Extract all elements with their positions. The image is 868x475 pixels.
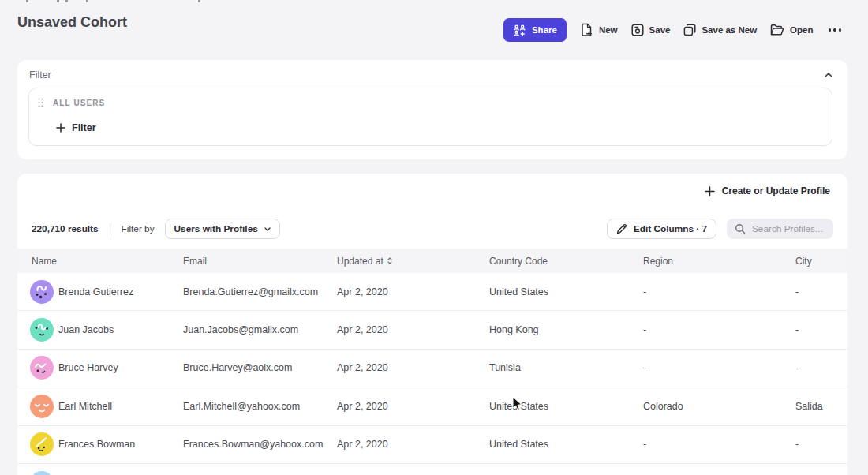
filter-panel-label: Filter (29, 69, 51, 80)
avatar (30, 432, 54, 456)
chevron-down-icon (264, 227, 271, 231)
save-button[interactable]: Save (631, 24, 671, 36)
sort-icon (387, 257, 392, 264)
filter-panel: Filter ALL USERS Filter (17, 60, 847, 159)
cohort-group-box: ALL USERS Filter (28, 88, 832, 146)
cell-country: Tunisia (489, 362, 643, 373)
cell-region: - (643, 362, 795, 373)
avatar (30, 471, 54, 475)
pencil-icon (616, 223, 627, 234)
divider (110, 223, 110, 236)
profile-name: Juan Jacobs (58, 324, 114, 335)
cell-region: - (643, 324, 795, 335)
column-header-country-code[interactable]: Country Code (489, 256, 643, 267)
mouse-cursor (512, 396, 523, 412)
column-header-city[interactable]: City (795, 256, 829, 267)
cell-email: Brenda.Gutierrez@gmailx.com (183, 286, 337, 297)
cell-region: - (643, 286, 795, 297)
avatar (30, 280, 54, 304)
results-toolbar: 220,710 results Filter by Users with Pro… (17, 219, 847, 239)
table-row[interactable]: Brenda GutierrezBrenda.Gutierrez@gmailx.… (17, 273, 847, 311)
table-row[interactable]: Earl MitchellEarl.Mitchell@yahoox.comApr… (17, 387, 847, 425)
cell-email: Juan.Jacobs@gmailx.com (183, 324, 337, 335)
cell-city: - (795, 439, 829, 450)
profile-type-dropdown[interactable]: Users with Profiles (165, 219, 280, 239)
cell-city: Salida (795, 401, 829, 412)
profile-name-cell[interactable]: Juan Jacobs (30, 318, 183, 342)
cell-updated: Apr 2, 2020 (337, 439, 489, 450)
cell-city: - (795, 324, 829, 335)
profile-name: Frances Bowman (58, 439, 135, 450)
new-document-icon (580, 23, 593, 37)
plus-icon (56, 123, 65, 133)
plus-icon (705, 186, 715, 196)
open-folder-icon (770, 24, 784, 36)
cell-updated: Apr 2, 2020 (337, 286, 489, 297)
cell-email: Frances.Bowman@yahoox.com (183, 439, 337, 450)
cell-updated: Apr 2, 2020 (337, 324, 489, 335)
new-button[interactable]: New (580, 23, 618, 37)
table-body: Brenda GutierrezBrenda.Gutierrez@gmailx.… (17, 273, 847, 475)
drag-handle-icon[interactable] (38, 98, 43, 107)
toolbar: Share New Save (503, 18, 843, 42)
cell-country: United States (489, 286, 643, 297)
avatar (30, 318, 54, 342)
search-profiles-input[interactable] (752, 223, 825, 234)
avatar (30, 356, 54, 380)
profile-name-cell[interactable]: Brenda Gutierrez (30, 280, 183, 304)
profile-name-cell[interactable]: Frances Bowman (30, 432, 183, 456)
add-filter-button[interactable]: Filter (56, 122, 96, 133)
cell-city: - (795, 286, 829, 297)
results-count: 220,710 results (32, 223, 99, 234)
cell-region: - (643, 439, 795, 450)
share-button[interactable]: Share (503, 18, 567, 42)
profile-name-cell[interactable] (30, 471, 183, 475)
collapse-chevron-up-icon[interactable] (822, 69, 835, 81)
create-or-update-profile-button[interactable]: Create or Update Profile (705, 185, 830, 196)
save-as-new-button[interactable]: Save as New (683, 24, 757, 36)
table-header: Name Email Updated at Country Code Regio… (17, 249, 847, 273)
column-header-name[interactable]: Name (32, 256, 183, 267)
group-label: ALL USERS (53, 99, 105, 107)
copy-icon (683, 24, 696, 36)
cell-email: Earl.Mitchell@yahoox.com (183, 401, 337, 412)
filter-by-label: Filter by (122, 223, 155, 234)
table-row[interactable]: Juan JacobsJuan.Jacobs@gmailx.comApr 2, … (17, 311, 847, 349)
save-icon (631, 24, 644, 36)
page-title: Unsaved Cohort (17, 14, 127, 31)
table-row[interactable] (17, 464, 847, 475)
cell-country: United States (489, 439, 643, 450)
overflow-menu-button[interactable] (827, 25, 844, 35)
share-users-icon (513, 24, 526, 36)
column-header-region[interactable]: Region (643, 256, 795, 267)
cell-email: Bruce.Harvey@aolx.com (183, 362, 337, 373)
table-row[interactable]: Frances BowmanFrances.Bowman@yahoox.comA… (17, 426, 847, 464)
search-profiles-box[interactable] (727, 219, 833, 239)
profile-name: Bruce Harvey (58, 362, 118, 373)
profile-name-cell[interactable]: Earl Mitchell (30, 395, 183, 418)
profile-name: Brenda Gutierrez (58, 286, 133, 297)
profile-name: Earl Mitchell (58, 401, 112, 412)
avatar (30, 395, 54, 418)
column-header-updated-at[interactable]: Updated at (337, 256, 489, 267)
profile-name-cell[interactable]: Bruce Harvey (30, 356, 183, 380)
cell-region: Colorado (643, 401, 795, 412)
open-button[interactable]: Open (770, 24, 813, 36)
profiles-panel: Create or Update Profile 220,710 results… (17, 174, 847, 475)
cell-updated: Apr 2, 2020 (337, 362, 489, 373)
edit-columns-button[interactable]: Edit Columns · 7 (607, 219, 716, 239)
page-header: Unsaved Cohort Share New (0, 0, 868, 60)
cell-country: Hong Kong (489, 324, 643, 335)
table-row[interactable]: Bruce HarveyBruce.Harvey@aolx.comApr 2, … (17, 350, 847, 387)
search-icon (735, 223, 746, 234)
cell-updated: Apr 2, 2020 (337, 401, 489, 412)
column-header-email[interactable]: Email (183, 256, 337, 267)
cell-city: - (795, 362, 829, 373)
